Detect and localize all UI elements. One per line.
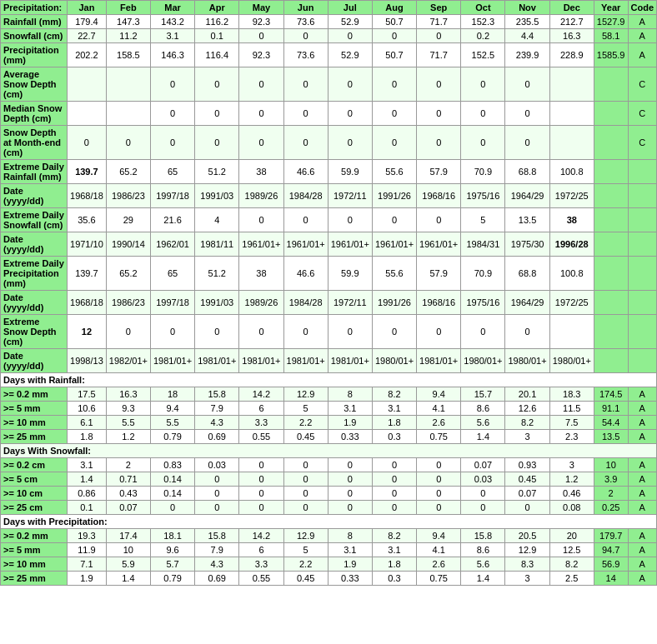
cell-value: 1980/01+ bbox=[461, 349, 505, 373]
cell-value: 12.5 bbox=[549, 543, 594, 557]
cell-value: 71.7 bbox=[417, 43, 461, 67]
cell-value: 0 bbox=[239, 315, 283, 349]
cell-value: 0 bbox=[328, 501, 372, 515]
cell-value: 0 bbox=[150, 315, 194, 349]
row-label: >= 5 cm bbox=[1, 472, 68, 487]
table-row: Snowfall (cm)22.711.23.10.1000000.24.416… bbox=[1, 29, 657, 43]
cell-value: 1.9 bbox=[68, 572, 107, 586]
table-row: >= 10 mm6.15.55.54.33.32.21.91.82.65.68.… bbox=[1, 416, 657, 430]
cell-value: 68.8 bbox=[505, 257, 549, 291]
cell-value: 147.3 bbox=[106, 15, 150, 29]
cell-value: 1.8 bbox=[372, 416, 416, 430]
cell-value: 0 bbox=[283, 208, 328, 232]
cell-value bbox=[594, 160, 628, 184]
cell-value: 29 bbox=[106, 208, 150, 232]
cell-value bbox=[594, 315, 628, 349]
cell-value: 228.9 bbox=[549, 43, 594, 67]
table-row: Extreme Snow Depth (cm)120000000000 bbox=[1, 315, 657, 349]
cell-value: 19.3 bbox=[68, 529, 107, 543]
cell-value: 0 bbox=[417, 102, 461, 126]
cell-value: 0 bbox=[195, 472, 239, 487]
cell-value bbox=[549, 315, 594, 349]
year-header: Year bbox=[594, 1, 628, 15]
row-label: Median Snow Depth (cm) bbox=[1, 102, 68, 126]
cell-value bbox=[628, 349, 657, 373]
cell-value: 46.6 bbox=[283, 257, 328, 291]
row-label: Date (yyyy/dd) bbox=[1, 184, 68, 208]
cell-value: 0 bbox=[417, 67, 461, 102]
cell-value bbox=[106, 67, 150, 102]
cell-value: 0 bbox=[150, 501, 194, 515]
cell-value: 0 bbox=[417, 487, 461, 501]
cell-value: 0 bbox=[195, 501, 239, 515]
cell-value: 68.8 bbox=[505, 160, 549, 184]
cell-value: 0 bbox=[328, 315, 372, 349]
cell-value: 0 bbox=[417, 208, 461, 232]
cell-value bbox=[549, 126, 594, 160]
cell-value: 0.79 bbox=[150, 430, 194, 444]
cell-value: 0 bbox=[417, 458, 461, 472]
cell-value: 7.1 bbox=[68, 557, 107, 572]
cell-value: 0.43 bbox=[106, 487, 150, 501]
cell-value: A bbox=[628, 472, 657, 487]
cell-value: 1997/18 bbox=[150, 184, 194, 208]
cell-value: 7.5 bbox=[549, 416, 594, 430]
cell-value: 1991/03 bbox=[195, 184, 239, 208]
cell-value: 0 bbox=[328, 458, 372, 472]
cell-value: 0.03 bbox=[195, 458, 239, 472]
cell-value: 0 bbox=[328, 102, 372, 126]
cell-value: 1975/16 bbox=[461, 291, 505, 315]
cell-value: 2.6 bbox=[417, 557, 461, 572]
cell-value: 5.5 bbox=[150, 416, 194, 430]
cell-value: 1991/26 bbox=[372, 291, 416, 315]
cell-value: 12.6 bbox=[505, 402, 549, 416]
cell-value: 0 bbox=[283, 458, 328, 472]
table-row: Extreme Daily Precipitation (mm)139.765.… bbox=[1, 257, 657, 291]
cell-value: 0 bbox=[417, 315, 461, 349]
may-header: May bbox=[239, 1, 283, 15]
cell-value: 0.45 bbox=[505, 472, 549, 487]
cell-value: 1962/01 bbox=[150, 232, 194, 257]
cell-value: 0.69 bbox=[195, 430, 239, 444]
cell-value: 179.4 bbox=[68, 15, 107, 29]
cell-value: 35.6 bbox=[68, 208, 107, 232]
cell-value: 4.3 bbox=[195, 557, 239, 572]
cell-value: A bbox=[628, 387, 657, 402]
cell-value: 1981/11 bbox=[195, 232, 239, 257]
table-row: >= 25 mm1.81.20.790.690.550.450.330.30.7… bbox=[1, 430, 657, 444]
cell-value: 0 bbox=[239, 472, 283, 487]
cell-value: 1961/01+ bbox=[372, 232, 416, 257]
cell-value: 152.3 bbox=[461, 15, 505, 29]
cell-value: 0 bbox=[461, 67, 505, 102]
cell-value: 70.9 bbox=[461, 160, 505, 184]
cell-value: 1964/29 bbox=[505, 291, 549, 315]
cell-value: 10.6 bbox=[68, 402, 107, 416]
cell-value: 1.8 bbox=[372, 557, 416, 572]
cell-value: 0.46 bbox=[549, 487, 594, 501]
cell-value: 55.6 bbox=[372, 160, 416, 184]
cell-value: 0.3 bbox=[372, 572, 416, 586]
row-label: >= 5 mm bbox=[1, 402, 68, 416]
cell-value: 3.1 bbox=[372, 543, 416, 557]
cell-value: 143.2 bbox=[150, 15, 194, 29]
cell-value: 0 bbox=[328, 29, 372, 43]
cell-value: 1975/16 bbox=[461, 184, 505, 208]
cell-value: 50.7 bbox=[372, 15, 416, 29]
cell-value: 1982/01+ bbox=[106, 349, 150, 373]
cell-value: 65.2 bbox=[106, 160, 150, 184]
cell-value bbox=[594, 257, 628, 291]
cell-value: 1972/25 bbox=[549, 291, 594, 315]
cell-value: 17.4 bbox=[106, 529, 150, 543]
cell-value: 0 bbox=[150, 102, 194, 126]
cell-value: 5.9 bbox=[106, 557, 150, 572]
cell-value: 1986/23 bbox=[106, 291, 150, 315]
cell-value: 0.2 bbox=[461, 29, 505, 43]
cell-value: 1968/16 bbox=[417, 291, 461, 315]
cell-value: A bbox=[628, 557, 657, 572]
row-label: >= 25 cm bbox=[1, 501, 68, 515]
cell-value: 100.8 bbox=[549, 160, 594, 184]
cell-value: 12.9 bbox=[283, 529, 328, 543]
cell-value: 0 bbox=[372, 102, 416, 126]
row-label: Date (yyyy/dd) bbox=[1, 349, 68, 373]
cell-value: 116.4 bbox=[195, 43, 239, 67]
